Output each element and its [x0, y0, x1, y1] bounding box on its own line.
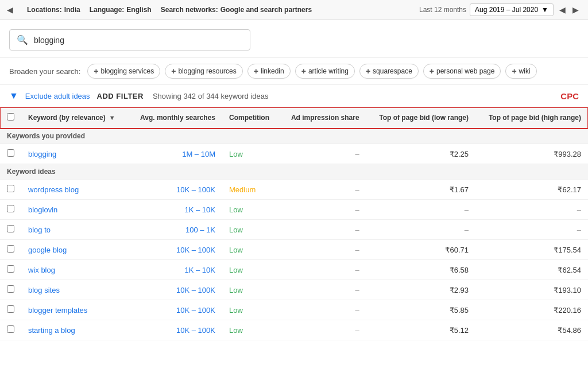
- exclude-adult-button[interactable]: Exclude adult ideas: [25, 92, 90, 100]
- chip-personal-web-page[interactable]: + personal web page: [423, 64, 501, 79]
- competition-value: Low: [229, 150, 243, 158]
- table-row: google blog 10K – 100K Low – ₹60.71 ₹175…: [0, 240, 588, 260]
- location-item: Locations: India: [27, 6, 80, 14]
- add-filter-button[interactable]: ADD FILTER: [97, 92, 144, 100]
- competition-value: Low: [229, 205, 243, 214]
- chip-label-linkedin: linkedin: [261, 67, 284, 75]
- keyword-link[interactable]: blog to: [28, 226, 51, 234]
- chip-plus-icon: +: [171, 67, 176, 76]
- networks-value: Google and search partners: [220, 6, 312, 14]
- competition-value: Low: [229, 306, 243, 315]
- table-wrapper: Keyword (by relevance) ▼ Avg. monthly se…: [0, 107, 588, 340]
- chip-plus-icon: +: [94, 67, 98, 76]
- next-arrow[interactable]: ▶: [570, 5, 581, 14]
- language-item: Language: English: [90, 6, 152, 14]
- row-checkbox[interactable]: [7, 325, 14, 333]
- section-provided-header: Keywords you provided: [0, 129, 588, 144]
- chip-plus-icon: +: [254, 67, 258, 76]
- select-all-checkbox[interactable]: [7, 113, 14, 121]
- section-ideas-header: Keyword ideas: [0, 164, 588, 180]
- chip-label-squarespace: squarespace: [373, 67, 412, 75]
- header-avg-monthly: Avg. monthly searches: [128, 107, 222, 129]
- competition-value: Medium: [229, 185, 256, 194]
- chip-linkedin[interactable]: + linkedin: [247, 64, 291, 79]
- competition-cell: Low: [222, 144, 280, 164]
- broaden-row: Broaden your search: + blogging services…: [0, 58, 588, 85]
- chip-label-blogging-services: blogging services: [100, 67, 154, 75]
- row-checkbox[interactable]: [7, 205, 14, 212]
- keyword-link[interactable]: wix blog: [28, 266, 55, 274]
- top-bar: ◀ Locations: India Language: English Sea…: [0, 0, 588, 20]
- keyword-link[interactable]: blog sites: [28, 286, 60, 294]
- search-input[interactable]: [34, 36, 243, 45]
- table-body: Keywords you provided blogging 1M – 10M …: [0, 129, 588, 340]
- search-icon: 🔍: [17, 34, 28, 45]
- location-value: India: [64, 6, 80, 14]
- row-checkbox[interactable]: [7, 245, 14, 253]
- chip-article-writing[interactable]: + article writing: [295, 64, 355, 79]
- row-checkbox[interactable]: [7, 265, 14, 273]
- prev-arrow[interactable]: ◀: [557, 5, 568, 14]
- table-row: blogger templates 10K – 100K Low – ₹5.85…: [0, 300, 588, 320]
- keyword-link[interactable]: starting a blog: [28, 326, 75, 335]
- search-box: 🔍: [9, 29, 250, 51]
- nav-arrows: ◀ ▶: [557, 5, 581, 14]
- bid-low-cell: ₹2.25: [366, 144, 475, 164]
- chip-blogging-services[interactable]: + blogging services: [87, 64, 160, 79]
- filter-icon: ▼: [9, 91, 18, 101]
- row-checkbox[interactable]: [7, 225, 14, 232]
- sort-icon[interactable]: ▼: [109, 114, 115, 121]
- chip-label-personal-web-page: personal web page: [436, 67, 494, 75]
- row-checkbox[interactable]: [7, 149, 14, 157]
- chip-wiki[interactable]: + wiki: [505, 64, 536, 79]
- header-bid-low: Top of page bid (low range): [366, 107, 475, 129]
- ad-impression-cell: –: [280, 144, 366, 164]
- row-checkbox[interactable]: [7, 305, 14, 313]
- monthly-searches-cell: 10K – 100K: [128, 180, 222, 200]
- header-bid-high: Top of page bid (high range): [475, 107, 588, 129]
- monthly-searches-cell: 1M – 10M: [128, 144, 222, 164]
- keyword-link[interactable]: wordpress blog: [28, 185, 79, 194]
- keyword-link[interactable]: blogging: [28, 150, 56, 158]
- keywords-table: Keyword (by relevance) ▼ Avg. monthly se…: [0, 107, 588, 340]
- keyword-link[interactable]: google blog: [28, 246, 67, 254]
- cpc-label: CPC: [560, 91, 579, 101]
- table-row: blog to 100 – 1K Low – – –: [0, 220, 588, 240]
- chip-label-blogging-resources: blogging resources: [178, 67, 236, 75]
- chip-plus-icon: +: [512, 67, 516, 76]
- date-range-button[interactable]: Aug 2019 – Jul 2020 ▼: [470, 3, 554, 16]
- keyword-cell: blogging: [21, 144, 128, 164]
- filter-row: ▼ Exclude adult ideas ADD FILTER Showing…: [0, 85, 588, 107]
- broaden-label: Broaden your search:: [9, 67, 80, 76]
- showing-text: Showing 342 of 344 keyword ideas: [153, 92, 269, 100]
- dropdown-arrow-icon: ▼: [541, 6, 548, 14]
- date-range: Last 12 months Aug 2019 – Jul 2020 ▼ ◀ ▶: [419, 3, 581, 16]
- row-checkbox-cell: [0, 144, 21, 164]
- back-button[interactable]: ◀: [7, 5, 13, 14]
- chip-label-wiki: wiki: [519, 67, 531, 75]
- table-header-row: Keyword (by relevance) ▼ Avg. monthly se…: [0, 107, 588, 129]
- language-label: Language:: [90, 6, 125, 14]
- table-row: bloglovin 1K – 10K Low – – –: [0, 200, 588, 220]
- header-keyword-label: Keyword (by relevance): [28, 114, 106, 122]
- table-row: wix blog 1K – 10K Low – ₹6.58 ₹62.54: [0, 260, 588, 280]
- bid-high-cell: ₹993.28: [475, 144, 588, 164]
- header-keyword: Keyword (by relevance) ▼: [21, 107, 128, 129]
- chip-squarespace[interactable]: + squarespace: [359, 64, 419, 79]
- chip-plus-icon: +: [301, 67, 306, 76]
- search-section: 🔍: [0, 20, 588, 58]
- chip-blogging-resources[interactable]: + blogging resources: [165, 64, 243, 79]
- location-label: Locations:: [27, 6, 62, 14]
- row-checkbox[interactable]: [7, 185, 14, 192]
- section-provided-label: Keywords you provided: [0, 129, 588, 144]
- table-row: blogging 1M – 10M Low – ₹2.25 ₹993.28: [0, 144, 588, 164]
- competition-value: Low: [229, 286, 243, 294]
- keyword-link[interactable]: bloglovin: [28, 205, 57, 214]
- keyword-link[interactable]: blogger templates: [28, 306, 87, 315]
- chip-label-article-writing: article writing: [308, 67, 349, 75]
- date-range-value: Aug 2019 – Jul 2020: [475, 6, 538, 14]
- row-checkbox[interactable]: [7, 285, 14, 293]
- table-row: wordpress blog 10K – 100K Medium – ₹1.67…: [0, 180, 588, 200]
- competition-value: Low: [229, 326, 243, 335]
- competition-value: Low: [229, 266, 243, 274]
